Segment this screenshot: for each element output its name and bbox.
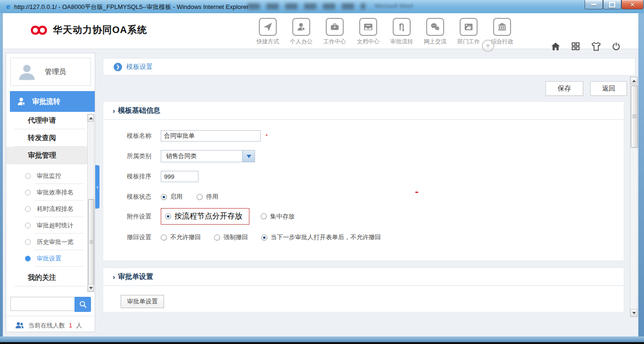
sidebar-item-my-follow[interactable]: 我的关注: [6, 268, 88, 286]
department-board-icon: [460, 18, 478, 36]
radio-icon[interactable]: [161, 235, 167, 241]
scroll-up-button[interactable]: [88, 114, 94, 122]
sidebar-item-agent-request[interactable]: 代理申请: [6, 112, 88, 129]
main-scrollbar[interactable]: [630, 76, 638, 317]
sidebar-item-history-approvals[interactable]: 历史审批一览: [6, 234, 88, 250]
paper-plane-icon: [259, 18, 277, 36]
sidebar: 管理员 审批流转 代理申请 转发查阅 审批管理 审批监控 审批效率排名 耗时流程…: [6, 53, 95, 332]
window-controls: ✕: [585, 0, 644, 9]
field-label: 所属类别: [108, 152, 151, 160]
recall-option-not-allowed[interactable]: 不允许撤回: [161, 233, 201, 242]
scrollbar-thumb[interactable]: [631, 85, 638, 148]
minimize-button[interactable]: [585, 0, 603, 9]
section-title: 模板基础信息: [118, 106, 160, 115]
theme-shirt-icon[interactable]: [590, 41, 602, 52]
section-header: 审批单设置: [103, 268, 624, 286]
page-title: 模板设置: [126, 63, 153, 71]
scroll-down-button[interactable]: [630, 309, 637, 317]
window-border-right: [638, 13, 644, 336]
logo-rings-icon: [30, 25, 48, 36]
field-label: 模板排序: [108, 172, 151, 181]
divider: [6, 316, 95, 316]
back-button[interactable]: 返回: [590, 81, 627, 96]
nav-item-personal-office[interactable]: 个人办公: [287, 18, 315, 46]
minimize-icon: [591, 4, 596, 5]
bullet-icon: [25, 239, 31, 245]
sidebar-collapse-handle[interactable]: ‹: [95, 165, 99, 209]
save-button[interactable]: 保存: [545, 81, 583, 96]
restore-button[interactable]: [603, 0, 621, 9]
approval-form-settings-button[interactable]: 审批单设置: [121, 295, 164, 308]
title-bar[interactable]: e http://127.0.0.1/ - OA8000平台版_FPLMYSQL…: [0, 0, 644, 14]
sidebar-scrollbar[interactable]: [87, 114, 94, 292]
submenu-label: 耗时流程排名: [37, 205, 74, 213]
recall-option-forced[interactable]: 强制撤回: [214, 233, 248, 242]
menu-label: 审批管理: [28, 151, 56, 160]
module-header[interactable]: 审批流转: [10, 91, 95, 112]
basic-info-panel: 模板基础信息 模板名称 * 所属类别 销售合同类 模板排序 模板状态 启用: [103, 101, 624, 261]
bullet-icon: [25, 256, 31, 261]
attachment-option-per-node-highlight[interactable]: 按流程节点分开存放: [161, 208, 249, 225]
desktop-edge: [0, 342, 644, 344]
radio-icon[interactable]: [261, 213, 267, 219]
online-users-icon: [15, 320, 25, 330]
template-name-input[interactable]: [161, 130, 261, 142]
nav-item-document-center[interactable]: 文档中心: [354, 18, 382, 46]
background-window-title: Microsoft Word: [375, 3, 413, 9]
template-sort-input[interactable]: [161, 171, 198, 182]
main-nav: 快捷方式 个人办公 工作中心 文档中心: [254, 18, 516, 46]
radio-selected-icon[interactable]: [161, 194, 167, 200]
sidebar-item-approval-efficiency-rank[interactable]: 审批效率排名: [6, 184, 88, 201]
search-button[interactable]: [74, 297, 91, 312]
nav-item-work-center[interactable]: 工作中心: [321, 18, 349, 46]
field-label: 模板状态: [108, 193, 151, 201]
close-button[interactable]: ✕: [621, 0, 644, 9]
attachment-option-central[interactable]: 集中存放: [261, 212, 295, 221]
template-name-row: 模板名称 *: [108, 130, 268, 142]
nav-item-online-chat[interactable]: 网上交流: [421, 18, 449, 46]
add-module-button[interactable]: +: [482, 40, 494, 52]
nav-label: 快捷方式: [256, 38, 279, 46]
nav-label: 工作中心: [323, 38, 346, 46]
restore-icon: [609, 2, 615, 8]
scroll-up-button[interactable]: [630, 77, 637, 84]
recall-option-after-open[interactable]: 当下一步审批人打开表单后，不允许撤回: [261, 233, 381, 242]
scroll-down-button[interactable]: [88, 284, 94, 292]
sort-row: 模板排序: [108, 170, 198, 183]
submenu-label: 审批效率排名: [37, 188, 74, 197]
radio-selected-icon[interactable]: [261, 235, 267, 241]
home-icon[interactable]: [550, 41, 561, 52]
menu-label: 代理申请: [28, 116, 56, 125]
power-icon[interactable]: [611, 41, 622, 52]
sidebar-item-time-consuming-rank[interactable]: 耗时流程排名: [6, 201, 88, 217]
status-option-disabled[interactable]: 停用: [197, 193, 218, 201]
chevron-down-icon[interactable]: [242, 151, 255, 162]
sidebar-item-approval-settings[interactable]: 审批设置: [6, 250, 88, 267]
radio-icon[interactable]: [214, 235, 220, 241]
sidebar-item-approval-management[interactable]: 审批管理: [6, 147, 88, 164]
status-option-enabled[interactable]: 启用: [161, 193, 182, 201]
sidebar-item-approval-monitor[interactable]: 审批监控: [6, 168, 88, 184]
form-settings-panel: 审批单设置 审批单设置: [103, 268, 624, 312]
sidebar-item-approval-timeout-stats[interactable]: 审批超时统计: [6, 217, 88, 234]
radio-icon[interactable]: [197, 194, 203, 200]
radio-selected-icon[interactable]: [165, 213, 171, 219]
sidebar-item-forward-review[interactable]: 转发查阅: [6, 129, 88, 147]
sidebar-search: [10, 297, 92, 312]
menu-label: 转发查阅: [28, 134, 56, 143]
bullet-icon: [25, 173, 31, 179]
online-status: 当前在线人数 1 人: [15, 320, 82, 330]
window-border-left: [0, 13, 3, 336]
user-name: 管理员: [45, 67, 66, 76]
nav-item-shortcuts[interactable]: 快捷方式: [254, 18, 282, 46]
ie-window: e http://127.0.0.1/ - OA8000平台版_FPLMYSQL…: [0, 0, 644, 344]
nav-item-department-work[interactable]: 部门工作: [454, 18, 483, 46]
chat-bubbles-icon: [426, 18, 444, 36]
apps-grid-icon[interactable]: [570, 41, 581, 52]
nav-item-approval-flow[interactable]: 审批流转: [388, 18, 416, 46]
submenu-label: 历史审批一览: [37, 238, 74, 246]
search-input[interactable]: [10, 297, 74, 311]
person-module-icon: [17, 96, 27, 107]
scrollbar-thumb[interactable]: [88, 199, 94, 285]
category-select[interactable]: 销售合同类: [161, 150, 255, 162]
